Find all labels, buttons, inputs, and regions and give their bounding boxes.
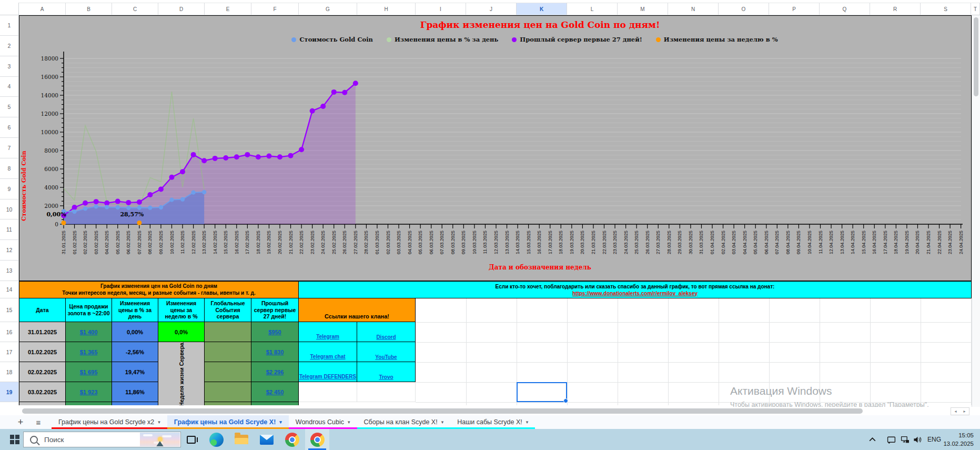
cell-clan-link1-0[interactable]: Telegram xyxy=(299,322,357,342)
cell-server-event-1[interactable] xyxy=(205,342,251,362)
table-header-0[interactable]: Дата xyxy=(19,298,66,322)
price-link-1[interactable]: $1 365 xyxy=(80,349,98,355)
column-header-K[interactable]: K xyxy=(517,3,567,15)
clan-link1-2[interactable]: Telegram DEFENDERS xyxy=(299,374,356,381)
tab-dropdown-icon[interactable]: ▾ xyxy=(348,419,350,425)
row-header-19[interactable]: 19 xyxy=(0,382,19,402)
selected-cell-K19[interactable] xyxy=(517,382,567,402)
column-header-L[interactable]: L xyxy=(567,3,618,15)
clan-link2-0[interactable]: Discord xyxy=(376,334,396,340)
clan-link2-1[interactable]: YouTube xyxy=(375,354,397,360)
old-server-link-3[interactable]: $2 450 xyxy=(266,389,284,395)
column-header-C[interactable]: C xyxy=(112,3,158,15)
row-header-6[interactable]: 6 xyxy=(0,117,19,138)
select-all-corner[interactable] xyxy=(0,3,19,15)
row-header-8[interactable]: 8 xyxy=(0,158,19,179)
add-sheet-button[interactable]: + xyxy=(12,415,29,429)
sheet-tab-3[interactable]: Сборы на клан Scyde X!▾ xyxy=(357,415,451,429)
cell-price-1[interactable]: $1 365 xyxy=(66,342,112,362)
taskbar-icon-mail[interactable] xyxy=(255,429,279,450)
column-header-G[interactable]: G xyxy=(299,3,357,15)
taskbar-icon-edge[interactable] xyxy=(204,429,228,450)
row-header-2[interactable]: 2 xyxy=(0,36,19,56)
tab-dropdown-icon[interactable]: ▾ xyxy=(526,419,529,425)
row-header-9[interactable]: 9 xyxy=(0,179,19,199)
clan-link1-0[interactable]: Telegram xyxy=(316,334,339,341)
cell-price-3[interactable]: $1 923 xyxy=(66,382,112,402)
cell-clan-link2-2[interactable]: Trovo xyxy=(357,362,416,382)
cell-row20-0[interactable] xyxy=(19,402,66,405)
network-icon[interactable] xyxy=(901,435,910,444)
row-header-1[interactable]: 1 xyxy=(0,15,19,36)
sheet-tab-0[interactable]: График цены на Gold Scryde x2▾ xyxy=(52,415,167,429)
fill-handle[interactable] xyxy=(563,398,568,403)
cell-clan-link1-3[interactable] xyxy=(299,382,357,402)
column-header-R[interactable]: R xyxy=(870,3,921,15)
scrollbar-buttons[interactable]: ◂ ▸ xyxy=(951,407,969,415)
cast-icon[interactable] xyxy=(887,435,896,444)
row-header-4[interactable]: 4 xyxy=(0,77,19,97)
column-header-F[interactable]: F xyxy=(251,3,299,15)
gold-coin-chart[interactable]: График изменения цен на Gold Coin по дня… xyxy=(19,15,972,281)
row-header-17[interactable]: 17 xyxy=(0,342,19,362)
sheet-tab-4[interactable]: Наши сабы Scryde X!▾ xyxy=(450,415,535,429)
column-header-E[interactable]: E xyxy=(205,3,251,15)
cell-clan-link2-1[interactable]: YouTube xyxy=(357,342,416,362)
cell-week-change-0[interactable]: 0,0% xyxy=(158,322,205,342)
column-header-J[interactable]: J xyxy=(466,3,517,15)
row-header-11[interactable]: 11 xyxy=(0,219,19,240)
vertical-scrollbar-thumb[interactable] xyxy=(974,17,978,96)
tab-dropdown-icon[interactable]: ▾ xyxy=(158,419,160,425)
column-header-Q[interactable]: Q xyxy=(820,3,870,15)
taskbar-icon-chrome-active[interactable] xyxy=(305,429,329,450)
table-header-3[interactable]: Изменения цены за неделю в % xyxy=(158,298,205,322)
chevron-up-icon[interactable] xyxy=(868,435,877,444)
row-header-3[interactable]: 3 xyxy=(0,56,19,77)
sheet-tab-1[interactable]: График цены на Gold Scryde X!▾ xyxy=(167,415,289,429)
old-server-link-1[interactable]: $1 830 xyxy=(266,349,284,355)
all-sheets-menu-button[interactable]: ≡ xyxy=(29,415,47,429)
row-header-13[interactable]: 13 xyxy=(0,261,19,281)
cell-server-event-3[interactable] xyxy=(205,382,251,402)
cell-row20-3[interactable] xyxy=(205,402,251,405)
weather-widget[interactable] xyxy=(140,433,180,446)
taskbar-icon-file-explorer[interactable] xyxy=(229,429,254,450)
price-link-2[interactable]: $1 695 xyxy=(80,369,98,375)
row-header-18[interactable]: 18 xyxy=(0,362,19,382)
cell-day-change-0[interactable]: 0,00% xyxy=(112,322,158,342)
column-header-I[interactable]: I xyxy=(416,3,466,15)
row-header-15[interactable]: 15 xyxy=(0,298,19,322)
vertical-scrollbar[interactable] xyxy=(972,15,980,407)
row-header-5[interactable]: 5 xyxy=(0,97,19,117)
column-header-H[interactable]: H xyxy=(357,3,416,15)
cell-server-event-0[interactable] xyxy=(205,322,251,342)
cell-day-change-1[interactable]: -2,56% xyxy=(112,342,158,362)
cell-date-0[interactable]: 31.01.2025 xyxy=(19,322,66,342)
cell-week-merged[interactable]: Неделя жизни Сервера. xyxy=(158,342,205,405)
taskbar-icon-chrome[interactable] xyxy=(280,429,304,450)
column-header-A[interactable]: A xyxy=(19,3,66,15)
cell-clan-link2-3[interactable] xyxy=(357,382,416,402)
price-link-3[interactable]: $1 923 xyxy=(80,389,98,395)
table-header-5[interactable]: Прошлый сервер первые 27 дней! xyxy=(251,298,299,322)
sheet-tab-2[interactable]: Wondrous Cubic▾ xyxy=(289,415,357,429)
old-server-link-2[interactable]: $2 296 xyxy=(266,369,284,375)
cell-price-2[interactable]: $1 695 xyxy=(66,362,112,382)
row-header-7[interactable]: 7 xyxy=(0,138,19,158)
horizontal-scrollbar[interactable]: ◂ ▸ xyxy=(19,407,972,415)
old-server-link-0[interactable]: $950 xyxy=(268,329,281,335)
cell-date-3[interactable]: 03.02.2025 xyxy=(19,382,66,402)
column-header-P[interactable]: P xyxy=(769,3,820,15)
table-header-1[interactable]: Цена продажи золота в ~22:00 xyxy=(66,298,112,322)
column-header-B[interactable]: B xyxy=(66,3,112,15)
clan-link1-1[interactable]: Telegram chat xyxy=(310,354,345,361)
cell-row20-1[interactable] xyxy=(66,402,112,405)
scroll-left-icon[interactable]: ◂ xyxy=(954,409,956,414)
cell-row20-4[interactable] xyxy=(251,402,299,405)
cell-row20-2[interactable] xyxy=(112,402,158,405)
table-header-4[interactable]: Глобальные События сервера xyxy=(205,298,251,322)
horizontal-scrollbar-thumb[interactable] xyxy=(22,408,863,414)
cell-day-change-2[interactable]: 19,47% xyxy=(112,362,158,382)
row-header-16[interactable]: 16 xyxy=(0,322,19,342)
cell-old-server-1[interactable]: $1 830 xyxy=(251,342,299,362)
